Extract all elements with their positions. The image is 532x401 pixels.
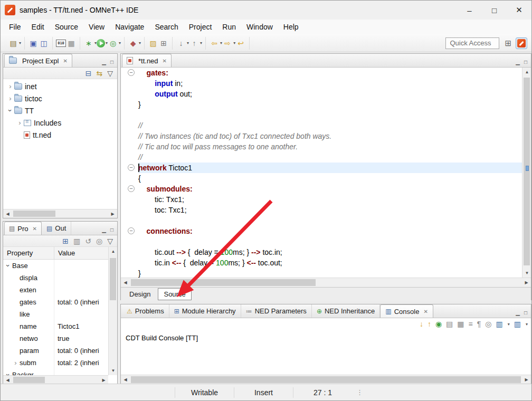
close-editor-icon[interactable]: ✕ (163, 58, 167, 64)
fold-marker-icon[interactable]: − (128, 227, 135, 234)
external-tools-dropdown-icon[interactable]: ▾ (139, 41, 141, 45)
menu-window[interactable]: Window (241, 21, 278, 33)
overview-ruler-marker[interactable] (526, 166, 529, 171)
minimize-window-button[interactable]: – (457, 1, 482, 20)
tree-item-tt[interactable]: ›TT (3, 104, 117, 117)
new-wizard-dropdown-icon[interactable]: ▾ (19, 41, 21, 45)
scroll-right-icon[interactable]: ▶ (522, 278, 531, 287)
show-error-in-editor-icon[interactable]: ◉ (435, 320, 442, 328)
word-wrap-icon[interactable]: ¶ (477, 320, 481, 328)
code-line-6[interactable]: // (121, 120, 522, 131)
scrollbar-track[interactable] (12, 209, 108, 218)
show-advanced-properties-icon[interactable]: ▥ (73, 237, 80, 245)
save-all-icon[interactable]: ◫ (39, 38, 49, 49)
tab-problems[interactable]: ⚠Problems (122, 304, 169, 318)
scrollbar-track[interactable] (130, 375, 522, 384)
menu-source[interactable]: Source (50, 21, 83, 33)
property-row-netwo[interactable]: netwotrue (3, 332, 117, 345)
editor-vscrollbar[interactable]: ▲ ▼ (522, 68, 531, 278)
menu-project[interactable]: Project (184, 21, 217, 33)
close-view-icon[interactable]: ✕ (63, 58, 67, 64)
scroll-right-icon[interactable]: ▶ (522, 375, 531, 384)
scrollbar-track[interactable] (12, 376, 99, 384)
build-all-icon[interactable]: ⊞ (158, 38, 169, 49)
tree-expander-icon[interactable]: › (6, 107, 14, 114)
pin-icon[interactable]: ◎ (96, 237, 102, 245)
minimize-view-icon[interactable]: ▁ (102, 227, 106, 233)
scrollbar-track[interactable] (522, 77, 531, 269)
code-line-4[interactable]: } (121, 99, 522, 110)
scrollbar-thumb[interactable] (131, 279, 316, 286)
next-error-icon[interactable]: ↓ (420, 320, 423, 328)
code-line-18[interactable]: tic.out --> { delay = 100ms; } --> toc.i… (121, 247, 522, 257)
property-row-displa[interactable]: displa (3, 272, 117, 284)
tree-expander-icon[interactable]: › (6, 82, 14, 90)
code-line-10[interactable]: −network Tictoc1 (121, 163, 522, 173)
scroll-right-icon[interactable]: ▶ (108, 209, 117, 218)
view-menu-icon[interactable]: ▽ (107, 69, 113, 78)
property-row-subm[interactable]: ›submtotal: 2 (inheri (3, 357, 117, 369)
code-line-15[interactable] (121, 215, 522, 226)
next-annotation-icon[interactable]: ↓ (176, 38, 186, 49)
code-line-17[interactable] (121, 236, 522, 247)
maximize-view-icon[interactable]: □ (110, 59, 113, 65)
tab-module-hierarchy[interactable]: ⊞Module Hierarchy (169, 304, 241, 318)
properties-vscrollbar[interactable]: ▲ ▼ (108, 247, 117, 375)
code-line-12[interactable]: − submodules: (121, 184, 522, 194)
debug-icon[interactable]: ∗ (83, 38, 94, 49)
properties-hscrollbar[interactable]: ◀ ▶ (3, 375, 108, 384)
scroll-down-icon[interactable]: ▼ (522, 269, 531, 278)
tree-item-tictoc[interactable]: ›tictoc (3, 92, 117, 104)
code-line-5[interactable] (121, 110, 522, 120)
close-view-icon[interactable]: ✕ (423, 309, 428, 314)
menu-view[interactable]: View (83, 21, 110, 33)
tree-item-inet[interactable]: ›inet (3, 80, 117, 92)
tab-outline[interactable]: ▤ Out (42, 222, 71, 235)
forward-icon[interactable]: ⇨ (222, 38, 233, 49)
scroll-left-icon[interactable]: ◀ (121, 375, 130, 384)
previous-error-icon[interactable]: ↑ (428, 320, 431, 328)
editor-hscrollbar[interactable]: ◀ ▶ (121, 278, 531, 287)
show-categories-icon[interactable]: ⊞ (62, 237, 69, 245)
profile-icon[interactable]: ◎ (108, 38, 118, 49)
back-icon[interactable]: ⇦ (209, 38, 220, 49)
maximize-view-icon[interactable]: □ (524, 59, 527, 65)
menu-search[interactable]: Search (149, 21, 183, 33)
code-line-19[interactable]: tic.in <-- { delay = 100ms; } <-- toc.ou… (121, 257, 522, 268)
tab-ned-parameters[interactable]: ≔NED Parameters (241, 304, 312, 318)
binary-console-icon[interactable]: 010 (56, 40, 66, 47)
tab-properties[interactable]: ▤ Pro ✕ (4, 222, 42, 235)
code-line-16[interactable]: − connections: (121, 226, 522, 236)
open-console-dropdown-icon[interactable]: ▾ (526, 322, 528, 327)
code-line-3[interactable]: output out; (121, 89, 522, 99)
new-wizard-icon[interactable]: ▤ (8, 38, 18, 49)
code-line-13[interactable]: tic: Txc1; (121, 194, 522, 205)
open-perspective-icon[interactable]: ⊞ (505, 39, 511, 48)
column-header-value[interactable]: Value (54, 247, 117, 259)
scroll-lock-icon[interactable]: ≡ (469, 320, 473, 328)
tree-item-tt-ned[interactable]: tt.ned (3, 129, 117, 141)
display-selected-console-icon[interactable]: ▥ (496, 320, 503, 328)
maximize-window-button[interactable]: □ (482, 1, 507, 20)
scrollbar-track[interactable] (109, 256, 117, 366)
project-explorer-hscrollbar[interactable]: ◀ ▶ (3, 209, 117, 218)
tab-tt-ned[interactable]: *tt.ned ✕ (122, 54, 172, 67)
omnetpp-perspective-button[interactable] (516, 37, 527, 49)
tree-expander-icon[interactable]: › (6, 94, 14, 102)
property-row-exten[interactable]: exten (3, 284, 117, 296)
scroll-up-icon[interactable]: ▲ (522, 68, 531, 77)
tab-console[interactable]: ▥Console✕ (380, 304, 433, 318)
last-edit-location-icon[interactable]: ↩ (235, 38, 246, 49)
menu-navigate[interactable]: Navigate (110, 21, 149, 33)
save-icon[interactable]: ▣ (28, 38, 39, 49)
scrollbar-thumb[interactable] (524, 78, 530, 265)
scrollbar-thumb[interactable] (13, 377, 45, 383)
property-row-param[interactable]: paramtotal: 0 (inheri (3, 345, 117, 357)
menu-help[interactable]: Help (278, 21, 304, 33)
close-view-icon[interactable]: ✕ (33, 226, 37, 232)
quick-access-box[interactable]: Quick Access (445, 37, 499, 49)
fold-marker-icon[interactable]: − (128, 69, 135, 76)
restore-default-value-icon[interactable]: ↺ (85, 237, 91, 245)
tree-expander-icon[interactable]: › (16, 119, 24, 127)
previous-annotation-dropdown-icon[interactable]: ▾ (200, 41, 202, 45)
